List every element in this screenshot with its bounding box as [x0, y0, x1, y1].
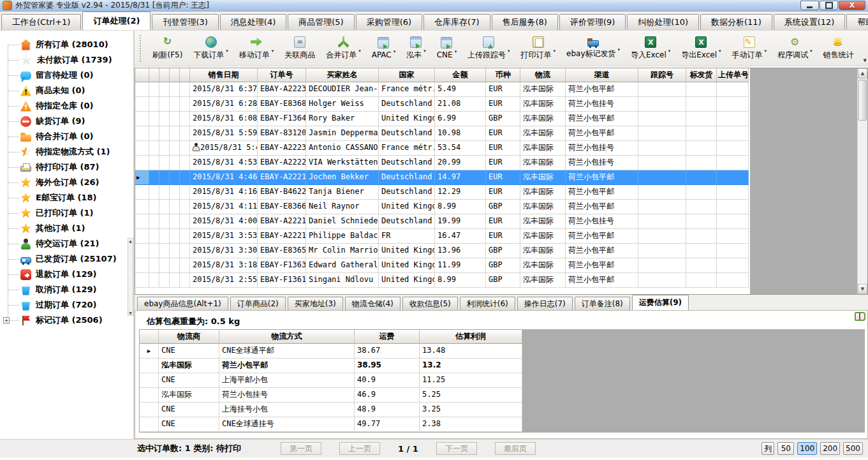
sidebar-item[interactable]: + 海外仓订单 (26)	[0, 175, 133, 190]
dropdown-arrow-icon[interactable]: ▾	[765, 48, 767, 54]
toolbar-button[interactable]: 刷新(F5)▾	[147, 35, 188, 62]
detail-tab[interactable]: 运费估算(9)	[632, 295, 689, 310]
dropdown-arrow-icon[interactable]: ▾	[554, 48, 556, 54]
minimize-button[interactable]	[800, 1, 819, 10]
page-size-button[interactable]: 200	[820, 442, 840, 455]
orders-scrollbar[interactable]: ▲ ▼	[857, 68, 867, 294]
sidebar-item[interactable]: + 待打印订单 (87)	[0, 160, 133, 175]
main-tab[interactable]: 采购管理(6)	[356, 14, 422, 30]
sidebar-item[interactable]: + 已发货订单 (25107)	[0, 251, 133, 267]
sidebar-item[interactable]: + 待交运订单 (21)	[0, 236, 133, 251]
column-header[interactable]: 国家	[379, 68, 435, 82]
sidebar-item[interactable]: + 过期订单 (720)	[0, 297, 133, 313]
toolbar-button[interactable]: 下载订单▾	[188, 35, 233, 62]
book-icon[interactable]	[855, 312, 865, 321]
sidebar-item[interactable]: + 缺货订单 (9)	[0, 114, 133, 129]
estimate-row[interactable]: ▶ CNE CNE全球通挂号 49.77 2.38	[140, 417, 522, 432]
dropdown-arrow-icon[interactable]: ▾	[226, 48, 228, 54]
main-tab[interactable]: 售后服务(8)	[492, 14, 558, 30]
toolbar-button[interactable]: 销售统计▾	[818, 35, 859, 62]
main-tab[interactable]: 纠纷处理(10)	[627, 14, 699, 30]
column-header[interactable]: 物流商	[159, 330, 219, 344]
main-tab[interactable]: 消息处理(4)	[220, 14, 286, 30]
dropdown-arrow-icon[interactable]: ▾	[668, 48, 671, 54]
main-tab[interactable]: 系统设置(12)	[774, 14, 846, 30]
column-header[interactable]: 运费	[355, 330, 420, 344]
expand-plus-icon[interactable]: +	[3, 317, 10, 323]
dropdown-arrow-icon[interactable]: ▾	[358, 48, 361, 54]
toolbar-button[interactable]: 程序调试▾	[772, 35, 818, 62]
dropdown-arrow-icon[interactable]: ▾	[423, 48, 426, 54]
sidebar-item[interactable]: + 标记订单 (2506)	[0, 313, 133, 328]
toolbar-button[interactable]: 打印订单▾	[515, 35, 561, 62]
column-header[interactable]: 物流方式	[219, 330, 355, 344]
estimate-row[interactable]: ▶ 泓丰国际 荷兰小包挂号 46.9 5.25	[140, 388, 522, 403]
dropdown-arrow-icon[interactable]: ▾	[810, 48, 813, 54]
main-tab[interactable]: 数据分析(11)	[700, 14, 772, 30]
main-tab[interactable]: 订单处理(2)	[82, 11, 151, 30]
main-tab[interactable]: 商品管理(5)	[288, 14, 354, 30]
toolbar-button[interactable]: 泓丰▾	[401, 35, 431, 62]
last-page-button[interactable]: 最后页	[495, 442, 536, 455]
sidebar-scrollbar[interactable]: ▲▼	[128, 238, 133, 316]
next-page-button[interactable]: 下一页	[436, 442, 477, 455]
toolbar-button[interactable]: 合并订单▾	[321, 35, 366, 62]
detail-tab[interactable]: 订单备注(8)	[575, 297, 630, 310]
columns-button[interactable]: 列	[761, 442, 774, 455]
main-tab[interactable]: 评价管理(9)	[559, 14, 626, 30]
page-size-button[interactable]: 100	[797, 442, 817, 455]
column-header[interactable]: 币种	[486, 68, 520, 82]
sidebar-item[interactable]: + 待指定仓库 (0)	[0, 98, 133, 114]
restore-button[interactable]	[820, 1, 838, 10]
dropdown-arrow-icon[interactable]: ▾	[719, 48, 721, 54]
column-header[interactable]: 订单号	[258, 68, 306, 82]
scroll-up-icon[interactable]: ▲	[858, 68, 867, 78]
dropdown-arrow-icon[interactable]: ▾	[394, 49, 396, 54]
page-size-button[interactable]: 500	[843, 442, 863, 455]
main-tab[interactable]: 刊登管理(3)	[152, 14, 218, 30]
column-header[interactable]: 上传单号	[717, 68, 749, 82]
sidebar-item[interactable]: + 退款订单 (129)	[0, 267, 133, 282]
detail-tab[interactable]: 买家地址(3)	[288, 297, 343, 310]
sidebar-item[interactable]: + 待合并订单 (0)	[0, 129, 133, 144]
column-header[interactable]: 估算利润	[420, 330, 522, 344]
toolbar-button[interactable]: 关联商品▾	[279, 35, 321, 62]
toolbar-overflow-icon[interactable]: ▼	[864, 58, 867, 63]
dropdown-arrow-icon[interactable]: ▾	[508, 48, 510, 54]
main-tab[interactable]: 帮助关于(13)	[846, 14, 868, 30]
scroll-down-icon[interactable]: ▼	[858, 284, 867, 294]
toolbar-button[interactable]: 导入Excel▾	[626, 35, 676, 62]
main-tab[interactable]: 仓库库存(7)	[423, 14, 490, 30]
first-page-button[interactable]: 第一页	[281, 442, 321, 455]
column-header[interactable]: 物流	[520, 68, 566, 82]
detail-tab[interactable]: 订单商品(2)	[230, 297, 286, 310]
column-header[interactable]: 跟踪号	[638, 68, 686, 82]
toolbar-button[interactable]: 上传跟踪号▾	[462, 35, 515, 62]
column-header[interactable]: 买家姓名	[306, 68, 379, 82]
estimate-row[interactable]: ▶ 全球快线	[140, 432, 522, 433]
sidebar-item[interactable]: + 商品未知 (0)	[0, 83, 133, 98]
estimate-row[interactable]: ▶ CNE CNE全球通平邮 38.67 13.48	[140, 344, 522, 359]
main-tab[interactable]: 工作台(Ctrl+1)	[1, 14, 81, 30]
prev-page-button[interactable]: 上一页	[339, 442, 380, 455]
sidebar-item[interactable]: + 未付款订单 (1739)	[0, 52, 133, 68]
detail-tab[interactable]: ebay商品信息(Alt+1)	[137, 297, 228, 310]
sidebar-item[interactable]: + 其他订单 (1)	[0, 221, 133, 236]
sidebar-item[interactable]: + 已打印订单 (1)	[0, 205, 133, 221]
estimate-row[interactable]: ▶ CNE 上海平邮小包 40.9 11.25	[140, 373, 522, 388]
estimate-row[interactable]: ▶ CNE 上海挂号小包 48.9 3.25	[140, 403, 522, 417]
dropdown-arrow-icon[interactable]: ▾	[455, 49, 457, 54]
detail-tab[interactable]: 物流仓储(4)	[345, 297, 401, 310]
sidebar-item[interactable]: + E邮宝订单 (18)	[0, 190, 133, 205]
column-header[interactable]: 金额	[435, 68, 486, 82]
detail-tab[interactable]: 操作日志(7)	[517, 297, 573, 310]
toolbar-button[interactable]: 导出Excel▾	[676, 35, 726, 62]
detail-tab[interactable]: 利润统计(6)	[460, 297, 515, 310]
sidebar-item[interactable]: + 待指定物流方式 (1)	[0, 144, 133, 160]
sidebar-item[interactable]: + 留言待处理 (0)	[0, 68, 133, 83]
detail-tab[interactable]: 收款信息(5)	[402, 297, 458, 310]
toolbar-button[interactable]: 移动订单▾	[233, 35, 279, 62]
dropdown-arrow-icon[interactable]: ▾	[272, 48, 274, 54]
page-size-button[interactable]: 50	[777, 442, 794, 455]
toolbar-button[interactable]: ebay标记发货▾	[561, 36, 626, 61]
